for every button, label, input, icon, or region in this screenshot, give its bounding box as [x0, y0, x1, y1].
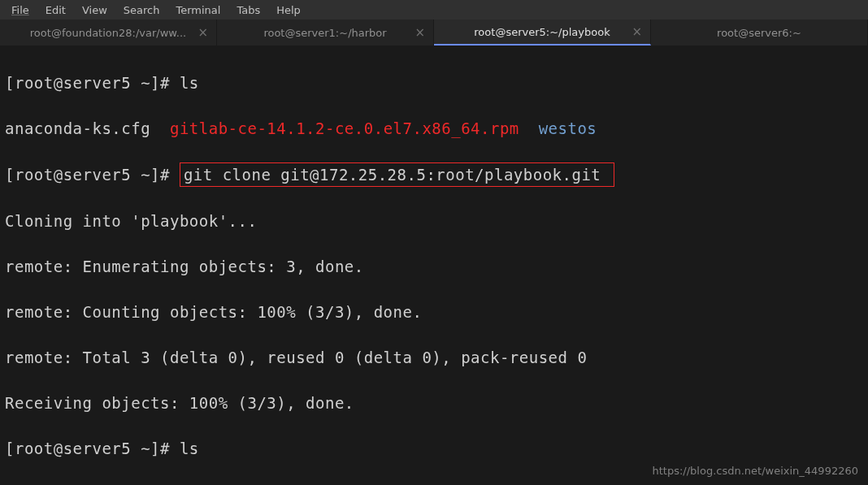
terminal-line: [root@server5 ~]# git clone git@172.25.2… [5, 162, 863, 187]
tab-label: root@foundation28:/var/ww... [30, 27, 186, 39]
tab-label: root@server5:~/playbook [474, 26, 610, 38]
menu-view[interactable]: View [74, 2, 115, 18]
close-icon[interactable]: × [631, 24, 642, 39]
terminal-line: Receiving objects: 100% (3/3), done. [5, 392, 863, 414]
terminal-line: remote: Counting objects: 100% (3/3), do… [5, 301, 863, 323]
menu-file[interactable]: File [3, 2, 37, 18]
terminal-line: Cloning into 'playbook'... [5, 210, 863, 232]
menu-tabs[interactable]: Tabs [228, 2, 268, 18]
close-icon[interactable]: × [197, 25, 208, 40]
menu-terminal[interactable]: Terminal [167, 2, 228, 18]
watermark: https://blog.csdn.net/weixin_44992260 [652, 465, 858, 477]
menu-search[interactable]: Search [115, 2, 168, 18]
tab-1[interactable]: root@server1:~/harbor × [217, 19, 434, 45]
terminal-output[interactable]: [root@server5 ~]# ls anaconda-ks.cfg git… [0, 45, 868, 485]
menu-edit[interactable]: Edit [37, 2, 74, 18]
tab-bar: root@foundation28:/var/ww... × root@serv… [0, 19, 868, 45]
terminal-line: [root@server5 ~]# ls [5, 71, 863, 94]
close-icon[interactable]: × [414, 25, 425, 40]
highlight-git-clone: git clone git@172.25.28.5:root/playbook.… [180, 162, 614, 187]
terminal-line: remote: Total 3 (delta 0), reused 0 (del… [5, 346, 863, 369]
tab-label: root@server6:~ [717, 27, 801, 39]
tab-2[interactable]: root@server5:~/playbook × [434, 19, 651, 45]
menu-help[interactable]: Help [268, 2, 309, 18]
terminal-line: remote: Enumerating objects: 3, done. [5, 255, 863, 278]
menubar: File Edit View Search Terminal Tabs Help [0, 0, 868, 19]
tab-label: root@server1:~/harbor [263, 27, 386, 39]
terminal-line: anaconda-ks.cfg gitlab-ce-14.1.2-ce.0.el… [5, 117, 863, 140]
terminal-line: [root@server5 ~]# ls [5, 437, 863, 460]
tab-0[interactable]: root@foundation28:/var/ww... × [0, 19, 217, 45]
tab-3[interactable]: root@server6:~ [651, 19, 868, 45]
